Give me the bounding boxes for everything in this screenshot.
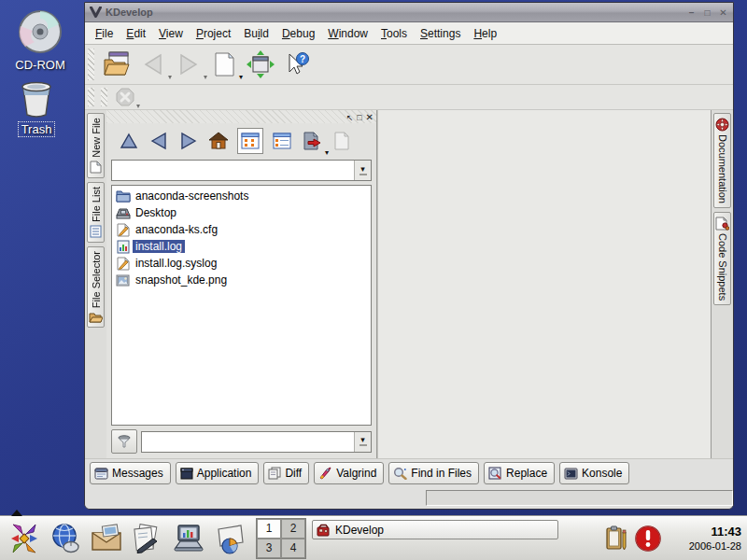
- up-button[interactable]: [117, 129, 141, 153]
- menu-help[interactable]: Help: [467, 25, 503, 42]
- combo-dropdown-button[interactable]: ▾: [354, 432, 371, 452]
- filter-button[interactable]: [111, 429, 137, 454]
- short-view-button[interactable]: [237, 128, 263, 154]
- tab-diff[interactable]: Diff: [263, 462, 309, 484]
- dock-header[interactable]: ↖ □ ✕: [106, 110, 376, 123]
- pager-desktop-4[interactable]: 4: [281, 539, 305, 558]
- valgrind-icon: [318, 467, 332, 480]
- sync-dir-button[interactable]: ▾: [300, 129, 324, 153]
- new-file-button[interactable]: [330, 129, 354, 153]
- alert-icon[interactable]: [634, 525, 662, 553]
- tab-new-file[interactable]: New File: [87, 113, 105, 178]
- clock[interactable]: 11:43 2006-01-28: [670, 525, 741, 552]
- whats-this-button[interactable]: ?: [282, 49, 312, 79]
- dropdown-caret[interactable]: ▾: [239, 73, 243, 81]
- pager-desktop-2[interactable]: 2: [281, 519, 305, 539]
- tab-documentation[interactable]: Documentation: [713, 113, 731, 208]
- file-row[interactable]: anaconda-ks.cfg: [112, 221, 371, 238]
- email-button[interactable]: [86, 518, 127, 559]
- menu-debug[interactable]: Debug: [275, 25, 321, 42]
- pager-desktop-3[interactable]: 3: [257, 539, 281, 558]
- desktop-icon-trash[interactable]: Trash: [0, 77, 73, 137]
- file-row-selected[interactable]: install.log: [112, 238, 371, 255]
- back-button[interactable]: [147, 129, 171, 153]
- tab-file-list[interactable]: File List: [87, 182, 105, 243]
- dropdown-caret[interactable]: ▾: [325, 148, 329, 157]
- close-button[interactable]: ✕: [716, 7, 730, 19]
- log-file-icon: [115, 240, 131, 254]
- tab-label: Find in Files: [411, 467, 472, 480]
- back-button[interactable]: ▾: [138, 49, 168, 79]
- tab-application[interactable]: Application: [176, 462, 260, 484]
- sync-dir-icon: [302, 131, 322, 151]
- replace-icon: [488, 467, 502, 480]
- desktop-icon-cdrom[interactable]: CD-ROM: [4, 7, 77, 73]
- new-file-icon: [90, 161, 102, 174]
- menu-file[interactable]: File: [89, 25, 120, 42]
- dock-restore-button[interactable]: ↖: [346, 113, 354, 122]
- tab-label: Konsole: [582, 467, 622, 480]
- home-button[interactable]: [206, 129, 231, 153]
- panel-hide-arrow-icon[interactable]: [11, 510, 22, 516]
- presentation-button[interactable]: [209, 518, 250, 559]
- combo-dropdown-button[interactable]: ▾: [354, 161, 371, 180]
- menu-build[interactable]: Build: [237, 25, 275, 42]
- toolbar-handle[interactable]: [101, 88, 107, 107]
- dock-maximize-button[interactable]: □: [357, 113, 361, 122]
- dock-close-button[interactable]: ✕: [366, 113, 374, 122]
- menu-project[interactable]: Project: [190, 25, 237, 42]
- presentation-icon: [213, 522, 247, 555]
- toolbar-handle[interactable]: [88, 49, 94, 80]
- raise-editor-button[interactable]: [245, 49, 276, 80]
- menu-tools[interactable]: Tools: [374, 25, 414, 42]
- forward-button[interactable]: ▾: [174, 49, 204, 79]
- forward-button[interactable]: [176, 129, 201, 153]
- tab-konsole[interactable]: Konsole: [559, 462, 629, 484]
- tab-file-selector[interactable]: File Selector: [87, 246, 105, 328]
- right-tabstrip: Documentation Code Snippets: [711, 110, 733, 458]
- email-icon: [90, 522, 123, 555]
- titlebar[interactable]: KDevelop – □ ✕: [85, 3, 733, 22]
- open-project-button[interactable]: [101, 49, 133, 80]
- menu-edit[interactable]: Edit: [120, 25, 152, 42]
- documentation-icon: [715, 118, 729, 132]
- menu-view[interactable]: View: [152, 25, 190, 42]
- word-processor-button[interactable]: [127, 518, 168, 559]
- dropdown-caret[interactable]: ▾: [136, 102, 140, 110]
- menu-settings[interactable]: Settings: [414, 25, 467, 42]
- tab-messages[interactable]: Messages: [90, 462, 171, 484]
- path-combobox-value[interactable]: [112, 161, 354, 180]
- pager-desktop-1[interactable]: 1: [257, 519, 281, 539]
- new-file-button[interactable]: ▾: [209, 49, 239, 79]
- maximize-button[interactable]: □: [700, 7, 714, 19]
- tab-valgrind[interactable]: Valgrind: [314, 462, 384, 484]
- klipper-icon[interactable]: [604, 525, 628, 553]
- filter-combobox[interactable]: ▾: [141, 431, 372, 453]
- file-name: anaconda-ks.cfg: [133, 223, 220, 236]
- office-suite-button[interactable]: [168, 518, 209, 559]
- tab-label: Code Snippets: [717, 233, 728, 301]
- tab-label: Documentation: [717, 134, 728, 203]
- dropdown-caret[interactable]: ▾: [204, 73, 207, 81]
- tab-replace[interactable]: Replace: [484, 462, 555, 484]
- detailed-view-button[interactable]: [270, 129, 294, 153]
- filter-row: ▾: [111, 429, 372, 454]
- file-row[interactable]: anaconda-screenshots: [112, 188, 371, 204]
- file-row[interactable]: Desktop: [112, 204, 371, 221]
- file-row[interactable]: snapshot_kde.png: [112, 272, 371, 288]
- minimize-button[interactable]: –: [684, 7, 698, 19]
- main-menu-button[interactable]: [4, 518, 45, 559]
- file-row[interactable]: install.log.syslog: [112, 255, 371, 272]
- toolbar-handle[interactable]: [88, 88, 94, 107]
- taskbar: 1 2 3 4 KDevelop: [0, 515, 747, 560]
- dropdown-caret[interactable]: ▾: [168, 73, 172, 81]
- path-combobox[interactable]: ▾: [111, 160, 372, 181]
- stop-button[interactable]: ▾: [114, 86, 136, 108]
- filter-combobox-value[interactable]: [142, 432, 354, 452]
- up-icon: [119, 131, 139, 151]
- tab-find-in-files[interactable]: Find in Files: [388, 462, 479, 484]
- tab-code-snippets[interactable]: Code Snippets: [713, 212, 731, 305]
- web-browser-button[interactable]: [45, 518, 86, 559]
- task-button-kdevelop[interactable]: KDevelop: [312, 520, 558, 539]
- menu-window[interactable]: Window: [321, 25, 374, 42]
